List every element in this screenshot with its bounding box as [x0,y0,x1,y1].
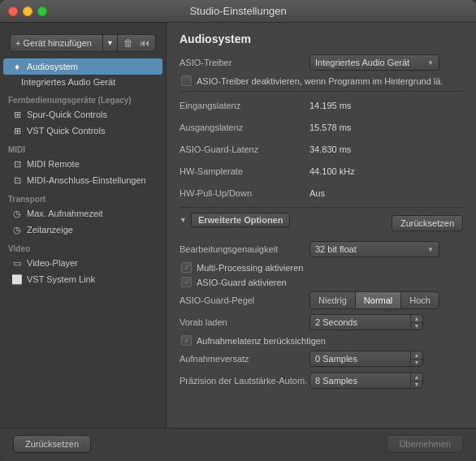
aufnahmeversatz-row: Aufnahmeversatz 0 Samples ▲ ▼ [180,350,463,368]
aufnahmezeit-icon: ◷ [11,208,23,219]
add-device-arrow[interactable]: ▼ [102,35,117,51]
main-title: Audiosystem [180,32,463,45]
aufnahmeversatz-down[interactable]: ▼ [411,360,422,367]
section-header-fernbedienung: Fernbedienungsgeräte (Legacy) [0,93,166,106]
praezision-stepper[interactable]: 8 Samples ▲ ▼ [309,373,423,389]
divider-2 [180,207,463,208]
expand-triangle-icon: ▼ [180,216,187,224]
sidebar-item-label: VST System Link [27,274,95,284]
aufnahmelatenz-checkbox[interactable] [181,335,192,346]
vorab-laden-row: Vorab laden 2 Seconds ▲ ▼ [180,313,463,331]
sidebar-item-spur-quick[interactable]: ⊞ Spur-Quick Controls [0,106,166,123]
asio-treiber-select[interactable]: Integriertes Audio Gerät ▼ [309,54,439,71]
sidebar-item-audiosystem[interactable]: ♦ Audiosystem [3,58,162,75]
footer-uebernehmen-button[interactable]: Übernehmen [387,435,463,453]
vst-quick-icon: ⊞ [11,125,23,136]
asio-guard-row: ASIO-Guard aktivieren [180,277,463,287]
vorab-laden-stepper[interactable]: 2 Seconds ▲ ▼ [309,314,423,330]
section-header-transport: Transport [0,192,166,205]
asio-guard-latenz-row: ASIO-Guard-Latenz 34.830 ms [180,140,463,158]
sidebar-item-zeitanzeige[interactable]: ◷ Zeitanzeige [0,222,166,238]
sidebar-item-label: Zeitanzeige [27,225,73,235]
content-area: + Gerät hinzufügen ▼ 🗑 ⏮ ♦ Audiosystem I… [0,23,476,428]
sidebar-item-vst-quick[interactable]: ⊞ VST Quick Controls [0,123,166,139]
audiosystem-icon: ♦ [11,61,23,72]
sidebar-item-label: MIDI-Anschluss-Einstellungen [27,175,146,185]
asio-guard-pegel-segmented: Niedrig Normal Hoch [309,291,439,309]
zoom-button[interactable] [37,6,47,16]
sidebar-item-integriertes-audio[interactable]: Integriertes Audio Gerät [0,75,166,89]
main-panel: Audiosystem ASIO-Treiber Integriertes Au… [167,23,476,428]
vorab-laden-value: 2 Seconds [310,317,410,327]
sidebar-item-label: Max. Aufnahmezeit [27,209,103,218]
sidebar-item-label: VST Quick Controls [27,126,105,136]
bearbeitungsgenauigkeit-arrow: ▼ [427,246,434,253]
sidebar-item-label: Integriertes Audio Gerät [21,77,115,87]
divider-1 [180,91,463,92]
close-button[interactable] [8,6,18,16]
multi-processing-checkbox[interactable] [181,262,192,273]
hw-samplerate-row: HW-Samplerate 44.100 kHz [180,162,463,180]
sidebar-item-label: Audiosystem [27,62,78,71]
sidebar-item-label: Spur-Quick Controls [27,110,107,119]
ausgangslatenz-value: 15.578 ms [309,123,463,132]
multi-processing-label: Multi-Processing aktivieren [197,263,303,273]
section-header-midi: MIDI [0,142,166,156]
vorab-laden-label: Vorab laden [180,317,309,327]
erweiterte-optionen-label: Erweiterte Optionen [191,213,291,227]
aufnahmeversatz-stepper[interactable]: 0 Samples ▲ ▼ [309,351,423,367]
asio-guard-latenz-value: 34.830 ms [309,144,463,154]
sidebar-item-aufnahmezeit[interactable]: ◷ Max. Aufnahmezeit [0,205,166,222]
pegel-normal-button[interactable]: Normal [356,292,401,308]
asio-guard-pegel-row: ASIO-Guard-Pegel Niedrig Normal Hoch [180,291,463,309]
bearbeitungsgenauigkeit-label: Bearbeitungsgenauigkeit [180,244,309,254]
asio-guard-label: ASIO-Guard aktivieren [197,278,287,287]
eingangslatenz-row: Eingangslatenz 14.195 ms [180,97,463,114]
aufnahmeversatz-up[interactable]: ▲ [411,351,422,360]
ausgangslatenz-label: Ausgangslatenz [180,123,309,132]
footer-zuruecksetzen-button[interactable]: Zurücksetzen [13,435,91,453]
midi-remote-icon: ⊡ [11,158,23,170]
window-title: Studio-Einstellungen [189,5,286,17]
pegel-hoch-button[interactable]: Hoch [401,292,439,308]
asio-guard-pegel-label: ASIO-Guard-Pegel [180,295,309,305]
footer-buttons: Zurücksetzen Übernehmen [0,428,476,461]
zeitanzeige-icon: ◷ [11,224,23,235]
aufnahmeversatz-label: Aufnahmeversatz [180,354,309,364]
titlebar: Studio-Einstellungen [0,0,476,23]
add-device-button[interactable]: + Gerät hinzufügen ▼ 🗑 ⏮ [10,34,156,52]
section-header-video: Video [0,241,166,255]
vorab-laden-down[interactable]: ▼ [411,323,422,330]
eingangslatenz-label: Eingangslatenz [180,101,309,110]
delete-device-button[interactable]: 🗑 [121,37,136,50]
traffic-lights [8,6,47,16]
sidebar-item-midi-anschluss[interactable]: ⊡ MIDI-Anschluss-Einstellungen [0,172,166,188]
aufnahmelatenz-label: Aufnahmelatenz berücksichtigen [197,336,326,346]
asio-deaktivieren-checkbox[interactable] [181,75,192,86]
sidebar-item-midi-remote[interactable]: ⊡ MIDI Remote [0,156,166,172]
aufnahmeversatz-arrows: ▲ ▼ [410,351,422,366]
vst-system-link-icon: ⬜ [11,274,23,285]
praezision-down[interactable]: ▼ [411,381,422,389]
pegel-niedrig-button[interactable]: Niedrig [310,292,356,308]
erweiterte-optionen-header[interactable]: ▼ Erweiterte Optionen [180,213,290,227]
praezision-value: 8 Samples [310,376,410,386]
asio-treiber-row: ASIO-Treiber Integriertes Audio Gerät ▼ [180,54,463,71]
sidebar-item-video-player[interactable]: ▭ Video-Player [0,255,166,271]
midi-anschluss-icon: ⊡ [11,174,23,186]
vorab-laden-up[interactable]: ▲ [411,315,422,323]
praezision-up[interactable]: ▲ [411,373,422,381]
multi-processing-row: Multi-Processing aktivieren [180,262,463,273]
aufnahmeversatz-value: 0 Samples [310,354,410,364]
sidebar-item-vst-system-link[interactable]: ⬜ VST System Link [0,271,166,287]
hw-pullup-row: HW-Pull-Up/Down Aus [180,184,463,202]
minimize-button[interactable] [23,6,32,16]
add-device-label: + Gerät hinzufügen [11,38,102,48]
bearbeitungsgenauigkeit-select[interactable]: 32 bit float ▼ [309,241,439,257]
hw-samplerate-value: 44.100 kHz [309,166,463,176]
sidebar: + Gerät hinzufügen ▼ 🗑 ⏮ ♦ Audiosystem I… [0,23,167,428]
hw-pullup-value: Aus [309,188,463,198]
asio-guard-checkbox[interactable] [181,277,192,287]
rewind-button[interactable]: ⏮ [137,37,152,50]
zuruecksetzen-button[interactable]: Zurücksetzen [392,215,463,231]
